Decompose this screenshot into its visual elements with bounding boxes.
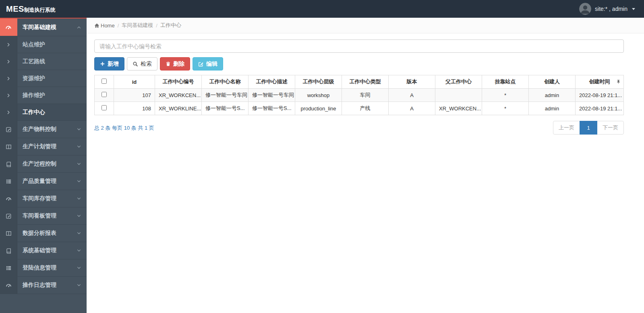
- sidebar-subitem-label: 工艺路线: [17, 53, 87, 70]
- cell-created-time: 2022-08-19 21:1...: [576, 102, 624, 115]
- column-header-version: 版本: [389, 75, 435, 89]
- sidebar-subitem-label: 站点维护: [17, 36, 87, 53]
- angle-right-icon: [0, 70, 17, 87]
- column-header-level: 工作中心层级: [295, 75, 342, 89]
- cell-created-time: 2022-08-19 21:1...: [576, 89, 624, 102]
- select-all-checkbox[interactable]: [101, 79, 107, 84]
- cell-type: 车间: [342, 89, 389, 102]
- chevron-down-icon: [77, 138, 87, 155]
- column-header-name: 工作中心名称: [202, 75, 248, 89]
- dashboard-icon: [0, 19, 17, 36]
- cell-name: 修一智能一号S...: [202, 102, 248, 115]
- angle-right-icon: [0, 87, 17, 104]
- column-header-code: 工作中心编号: [155, 75, 202, 89]
- cell-site: *: [482, 102, 529, 115]
- cell-type: 产线: [342, 102, 389, 115]
- column-header-site: 挂靠站点: [482, 75, 529, 89]
- chevron-down-icon: [77, 155, 87, 172]
- angle-right-icon: [0, 104, 17, 120]
- sidebar-item-label: 车间基础建模: [17, 19, 77, 36]
- page-1-button[interactable]: 1: [580, 121, 597, 135]
- prev-page-button[interactable]: 上一页: [553, 121, 580, 135]
- row-checkbox[interactable]: [101, 105, 107, 110]
- cell-name: 修一智能一号车间: [202, 89, 248, 102]
- columns-icon: [0, 225, 17, 242]
- sidebar-item-board-management[interactable]: 车间看板管理: [0, 207, 87, 225]
- sidebar-item-data-reports[interactable]: 数据分析报表: [0, 225, 87, 242]
- work-center-table-wrap: id 工作中心编号 工作中心名称 工作中心描述 工作中心层级 工作中心类型 版本…: [94, 75, 624, 115]
- sidebar-item-material-control[interactable]: 生产物料控制: [0, 121, 87, 138]
- sidebar-item-label: 生产过程控制: [17, 155, 77, 172]
- logo-mes: MES: [6, 4, 24, 14]
- sidebar-item-plan-management[interactable]: 生产计划管理: [0, 138, 87, 155]
- breadcrumb-section[interactable]: 车间基础建模: [122, 22, 153, 29]
- column-header-description: 工作中心描述: [248, 75, 295, 89]
- home-icon: [94, 23, 99, 28]
- chevron-down-icon: [77, 277, 87, 294]
- column-header-creator: 创建人: [529, 75, 576, 89]
- sidebar-item-inventory-management[interactable]: 车间库存管理: [0, 190, 87, 207]
- sidebar-item-label: 系统基础管理: [17, 242, 77, 259]
- list-icon: [0, 259, 17, 276]
- sidebar-item-process-control[interactable]: 生产过程控制: [0, 155, 87, 173]
- sidebar-item-login-info[interactable]: 登陆信息管理: [0, 259, 87, 277]
- table-row[interactable]: 107 XR_WORKCEN... 修一智能一号车间 修一智能一号车间 work…: [95, 89, 624, 102]
- chevron-down-icon: [77, 225, 87, 242]
- sidebar-item-workshop-modeling[interactable]: 车间基础建模: [0, 18, 87, 36]
- avatar-image: [579, 3, 591, 15]
- sidebar-subitem-label: 资源维护: [17, 70, 87, 87]
- breadcrumb-separator: /: [156, 23, 157, 29]
- chevron-up-icon: [77, 19, 87, 36]
- angle-right-icon: [0, 53, 17, 70]
- column-header-type: 工作中心类型: [342, 75, 389, 89]
- query-button[interactable]: 检索: [127, 57, 157, 70]
- sidebar-subitem-operation-maintenance[interactable]: 操作维护: [0, 87, 87, 104]
- sidebar-item-label: 生产计划管理: [17, 138, 77, 155]
- content-panel: 新增 检索 删除 编辑: [87, 33, 644, 135]
- sidebar-item-system-management[interactable]: 系统基础管理: [0, 242, 87, 259]
- row-select-cell: [95, 102, 114, 115]
- breadcrumb-current: 工作中心: [160, 22, 181, 29]
- trash-icon: [166, 61, 171, 66]
- breadcrumb: Home / 车间基础建模 / 工作中心: [87, 18, 644, 33]
- cell-level: workshop: [295, 89, 342, 102]
- delete-button[interactable]: 删除: [160, 57, 190, 70]
- chevron-down-icon: [77, 242, 87, 259]
- add-button[interactable]: 新增: [94, 57, 124, 70]
- edit-button[interactable]: 编辑: [193, 57, 223, 70]
- cell-code: XR_WORKCEN...: [155, 89, 202, 102]
- sidebar-subitem-resource-maintenance[interactable]: 资源维护: [0, 70, 87, 87]
- table-row[interactable]: 108 XR_WORKLINE... 修一智能一号S... 修一智能一号S...…: [95, 102, 624, 115]
- breadcrumb-home[interactable]: Home: [94, 23, 115, 29]
- sidebar-item-label: 产品质量管理: [17, 173, 77, 190]
- book-icon: [0, 242, 17, 259]
- sidebar-item-label: 车间看板管理: [17, 207, 77, 224]
- row-checkbox[interactable]: [101, 92, 107, 97]
- next-page-button[interactable]: 下一页: [597, 121, 624, 135]
- chevron-down-icon: [77, 173, 87, 190]
- chevron-down-icon: [77, 121, 87, 138]
- sidebar-item-label: 操作日志管理: [17, 277, 77, 294]
- column-header-parent: 父工作中心: [435, 75, 482, 89]
- cell-parent: [435, 89, 482, 102]
- cell-level: production_line: [295, 102, 342, 115]
- sidebar-subitem-work-center[interactable]: 工作中心: [0, 104, 87, 121]
- search-icon: [133, 61, 138, 67]
- cell-id: 107: [114, 89, 155, 102]
- sidebar-subitem-process-route[interactable]: 工艺路线: [0, 53, 87, 70]
- cell-description: 修一智能一号S...: [248, 102, 295, 115]
- user-menu[interactable]: site:* , admin: [579, 3, 644, 15]
- pin-icon[interactable]: [616, 80, 621, 84]
- pencil-square-icon: [0, 121, 17, 138]
- sidebar-item-quality-management[interactable]: 产品质量管理: [0, 173, 87, 190]
- search-input[interactable]: [94, 39, 624, 53]
- cell-code: XR_WORKLINE...: [155, 102, 202, 115]
- pagination-summary: 总 2 条 每页 10 条 共 1 页: [94, 121, 154, 132]
- sidebar-item-operation-logs[interactable]: 操作日志管理: [0, 277, 87, 294]
- sidebar-subitem-station-maintenance[interactable]: 站点维护: [0, 36, 87, 53]
- cell-site: *: [482, 89, 529, 102]
- user-label: site:* , admin: [595, 6, 627, 12]
- plus-icon: [100, 61, 105, 66]
- cell-version: A: [389, 102, 435, 115]
- table-header-row: id 工作中心编号 工作中心名称 工作中心描述 工作中心层级 工作中心类型 版本…: [95, 75, 624, 89]
